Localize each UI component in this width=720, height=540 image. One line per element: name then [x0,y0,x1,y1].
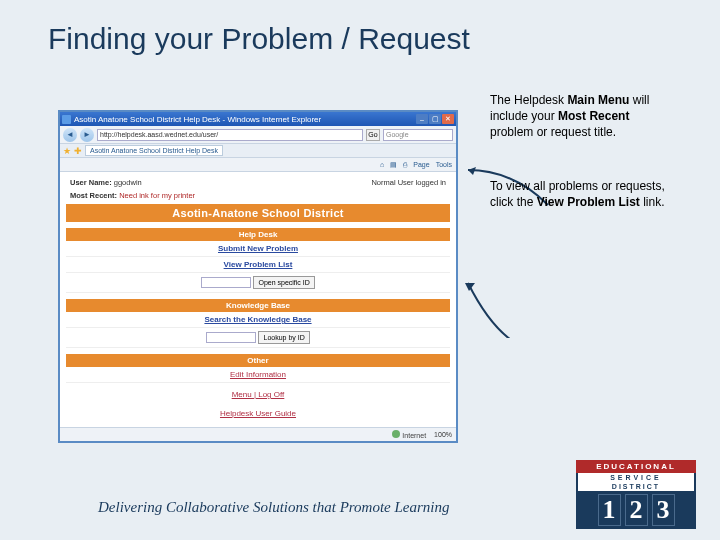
open-id-input[interactable] [201,277,251,288]
lookup-row: Lookup by ID [66,328,450,348]
ie-icon [62,115,71,124]
search-box[interactable]: Google [383,129,453,141]
go-button[interactable]: Go [366,129,380,141]
slide-footer: Delivering Collaborative Solutions that … [98,499,450,516]
user-guide-link[interactable]: Helpdesk User Guide [220,409,296,418]
minimize-button[interactable]: – [416,114,428,124]
menu-logoff-row: Menu | Log Off [66,387,450,402]
screenshot-area: Asotin Anatone School District Help Desk… [58,110,458,443]
zoom-level[interactable]: 100% [434,431,452,438]
user-status: Normal User logged in [371,178,446,187]
toolbar: ⌂ ▤ ⎙ Page Tools [60,158,456,172]
username-label: User Name: [70,178,112,187]
tab-bar: ★ ✚ Asotin Anatone School District Help … [60,144,456,158]
user-info-row: User Name: ggodwin Normal User logged in [66,176,450,189]
feed-icon[interactable]: ▤ [390,161,397,169]
nav-bar: ◄ ► http://helpdesk.aasd.wednet.edu/user… [60,126,456,144]
username-value: ggodwin [114,178,142,187]
caption-view-list: To view all problems or requests, click … [490,178,675,210]
status-bar: Internet 100% [60,427,456,441]
view-problem-list-link[interactable]: View Problem List [224,260,293,269]
add-favorite-icon[interactable]: ✚ [74,146,82,156]
most-recent-row: Most Recent: Need ink for my printer [66,189,450,202]
maximize-button[interactable]: ▢ [429,114,441,124]
ie-titlebar: Asotin Anatone School District Help Desk… [60,112,456,126]
edit-info-link[interactable]: Edit Information [230,370,286,379]
helpdesk-header: Help Desk [66,228,450,241]
print-icon[interactable]: ⎙ [403,161,407,168]
open-specific-button[interactable]: Open specific ID [253,276,314,289]
page-menu[interactable]: Page [413,161,429,168]
lookup-button[interactable]: Lookup by ID [258,331,309,344]
submit-link-row: Submit New Problem [66,241,450,257]
slide-title: Finding your Problem / Request [0,0,720,56]
open-specific-row: Open specific ID [66,273,450,293]
ie-window: Asotin Anatone School District Help Desk… [58,110,458,443]
edit-info-row: Edit Information [66,367,450,383]
view-list-row: View Problem List [66,257,450,273]
menu-logoff-link[interactable]: Menu | Log Off [232,390,285,399]
browser-tab[interactable]: Asotin Anatone School District Help Desk [85,145,223,156]
search-kb-link[interactable]: Search the Knowledge Base [204,315,311,324]
back-button[interactable]: ◄ [63,128,77,142]
internet-icon [392,430,400,438]
mostrecent-value[interactable]: Need ink for my printer [119,191,195,200]
forward-button[interactable]: ► [80,128,94,142]
home-icon[interactable]: ⌂ [380,161,384,168]
close-button[interactable]: ✕ [442,114,454,124]
window-title: Asotin Anatone School District Help Desk… [74,115,416,124]
logo-line2: SERVICE [576,473,696,482]
status-internet: Internet [402,432,426,439]
favorites-icon[interactable]: ★ [63,146,71,156]
submit-new-problem-link[interactable]: Submit New Problem [218,244,298,253]
logo-line3: DISTRICT [576,482,696,491]
lookup-id-input[interactable] [206,332,256,343]
search-kb-row: Search the Knowledge Base [66,312,450,328]
district-banner: Asotin-Anatone School District [66,204,450,222]
caption-main-menu: The Helpdesk Main Menu will include your… [490,92,675,141]
guide-row: Helpdesk User Guide [66,406,450,421]
tools-menu[interactable]: Tools [436,161,452,168]
address-bar[interactable]: http://helpdesk.aasd.wednet.edu/user/ [97,129,363,141]
other-header: Other [66,354,450,367]
esd-logo: EDUCATIONAL SERVICE DISTRICT 123 [576,460,696,528]
logo-line1: EDUCATIONAL [576,460,696,473]
mostrecent-label: Most Recent: [70,191,117,200]
page-content: User Name: ggodwin Normal User logged in… [60,172,456,427]
arrow-to-view-list [463,278,553,338]
kb-header: Knowledge Base [66,299,450,312]
logo-number: 123 [576,491,696,529]
